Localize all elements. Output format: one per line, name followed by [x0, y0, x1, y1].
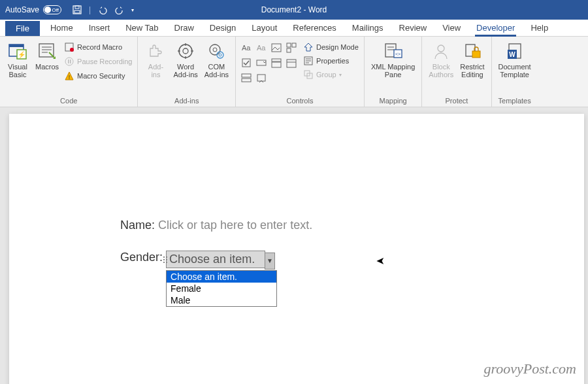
group-mapping: <> XML Mapping Pane Mapping — [365, 37, 422, 107]
block-authors-button: Block Authors — [426, 39, 456, 96]
tab-design[interactable]: Design — [202, 20, 244, 36]
name-placeholder[interactable]: Click or tap here to enter text. — [158, 218, 312, 232]
repeating-control-icon[interactable] — [240, 71, 253, 84]
tab-review[interactable]: Review — [391, 20, 435, 36]
svg-text:⚡: ⚡ — [18, 50, 26, 59]
com-addins-button[interactable]: COM Add-ins — [202, 39, 231, 96]
toggle-knob — [44, 7, 51, 13]
document-page[interactable]: Name: Click or tap here to enter text. G… — [9, 114, 584, 384]
tab-developer[interactable]: Developer — [468, 20, 523, 36]
legacy-tools-icon[interactable] — [255, 71, 268, 84]
buildingblock-control-icon[interactable] — [285, 41, 298, 54]
drag-handle-icon[interactable] — [163, 256, 167, 263]
pause-recording-button: Pause Recording — [63, 56, 133, 67]
tab-home[interactable]: Home — [42, 20, 81, 36]
warning-icon: ! — [64, 71, 74, 81]
richtext-control-icon[interactable]: Aa — [240, 41, 253, 54]
dropdown-control-icon[interactable] — [270, 56, 283, 69]
name-field-row: Name: Click or tap here to enter text. — [120, 218, 584, 232]
svg-rect-41 — [242, 74, 251, 77]
svg-rect-4 — [9, 44, 24, 47]
restrict-editing-button[interactable]: Restrict Editing — [457, 39, 487, 96]
restrict-editing-icon — [462, 41, 483, 61]
save-icon[interactable] — [72, 5, 82, 15]
dropdown-option[interactable]: Female — [167, 283, 276, 294]
svg-text:Aa: Aa — [257, 44, 266, 52]
tab-references[interactable]: References — [285, 20, 344, 36]
qat-separator: | — [89, 5, 91, 14]
properties-icon — [303, 56, 314, 66]
combobox-control-icon[interactable] — [255, 56, 268, 69]
svg-point-14 — [65, 58, 73, 65]
redo-icon[interactable] — [114, 5, 125, 15]
tab-insert[interactable]: Insert — [81, 20, 118, 36]
dropdown-option[interactable]: Male — [167, 294, 276, 306]
svg-text:<>: <> — [395, 52, 400, 56]
tab-newtab[interactable]: New Tab — [118, 20, 166, 36]
qat-dropdown-icon[interactable]: ▾ — [131, 7, 134, 13]
visual-basic-button[interactable]: ⚡ Visual Basic — [4, 39, 31, 96]
svg-rect-32 — [287, 43, 291, 47]
undo-icon[interactable] — [97, 5, 108, 15]
document-template-button[interactable]: W Document Template — [496, 39, 534, 96]
properties-button[interactable]: Properties — [302, 55, 360, 67]
tab-view[interactable]: View — [434, 20, 468, 36]
checkbox-control-icon[interactable] — [240, 56, 253, 69]
group-icon — [303, 69, 314, 80]
svg-point-28 — [219, 54, 221, 56]
combobox-dropdown: Choose an item. Female Male — [166, 270, 277, 307]
svg-point-27 — [217, 52, 223, 58]
addins-button: Add- ins — [142, 39, 169, 96]
design-mode-icon — [303, 42, 314, 52]
svg-point-26 — [213, 48, 217, 52]
svg-point-19 — [179, 44, 192, 58]
tab-layout[interactable]: Layout — [244, 20, 285, 36]
document-workspace: Name: Click or tap here to enter text. G… — [0, 107, 588, 384]
svg-rect-16 — [70, 60, 71, 63]
visual-basic-icon: ⚡ — [7, 41, 28, 61]
group-templates-label: Templates — [496, 96, 534, 106]
svg-rect-38 — [272, 62, 281, 67]
svg-text:Aa: Aa — [242, 44, 251, 52]
word-addins-button[interactable]: Word Add-ins — [171, 39, 200, 96]
group-templates: W Document Template Templates — [492, 37, 538, 107]
word-addins-icon — [175, 41, 196, 61]
record-macro-button[interactable]: Record Macro — [63, 41, 133, 53]
pause-icon — [64, 56, 74, 67]
group-protect-label: Protect — [426, 96, 487, 106]
svg-point-13 — [70, 48, 74, 52]
svg-rect-2 — [74, 10, 80, 13]
autosave-toggle[interactable]: Off — [43, 5, 61, 14]
com-addins-icon — [206, 41, 227, 61]
macros-button[interactable]: Macros — [33, 39, 61, 96]
svg-rect-57 — [472, 51, 480, 58]
group-code: ⚡ Visual Basic Macros Record Macro Pause… — [0, 37, 138, 107]
document-template-icon: W — [504, 41, 525, 61]
svg-rect-33 — [292, 43, 296, 47]
combobox-arrow-button[interactable]: ▼ ➤ — [265, 253, 275, 270]
macro-security-button[interactable]: ! Macro Security — [63, 70, 133, 82]
xml-mapping-icon: <> — [383, 41, 404, 61]
dropdown-option[interactable]: Choose an item. — [167, 271, 276, 283]
tab-mailings[interactable]: Mailings — [344, 20, 391, 36]
group-mapping-label: Mapping — [368, 96, 417, 106]
combobox-display[interactable]: Choose an item. — [166, 251, 265, 268]
plaintext-control-icon[interactable]: Aa — [255, 41, 268, 54]
design-mode-button[interactable]: Design Mode — [302, 41, 360, 53]
svg-rect-39 — [287, 60, 296, 67]
tab-file[interactable]: File — [5, 21, 40, 36]
addins-icon — [145, 41, 166, 61]
tab-help[interactable]: Help — [523, 20, 556, 36]
datepicker-control-icon[interactable] — [285, 56, 298, 69]
tab-draw[interactable]: Draw — [167, 20, 202, 36]
ribbon: ⚡ Visual Basic Macros Record Macro Pause… — [0, 37, 588, 107]
xml-mapping-button[interactable]: <> XML Mapping Pane — [368, 39, 417, 96]
picture-control-icon[interactable] — [270, 41, 283, 54]
gender-combobox[interactable]: Choose an item. ▼ ➤ Choose an item. Fema… — [166, 251, 275, 270]
quick-access-toolbar: | ▾ — [67, 5, 139, 15]
group-controls-label: Controls — [240, 96, 360, 106]
record-macro-icon — [64, 42, 74, 52]
svg-rect-42 — [242, 79, 251, 82]
group-code-label: Code — [4, 96, 133, 106]
autosave-control[interactable]: AutoSave Off — [0, 5, 67, 14]
